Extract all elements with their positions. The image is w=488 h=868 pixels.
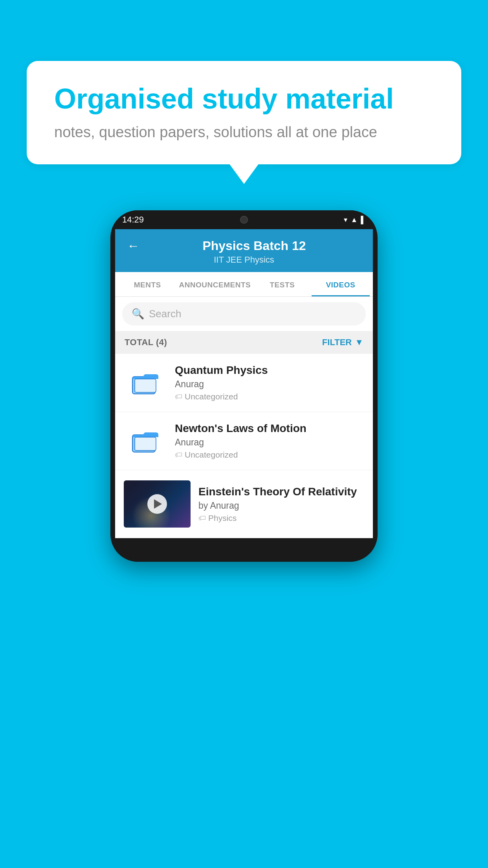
search-bar-container: 🔍 Search: [115, 297, 373, 331]
phone-bottom-bar: [115, 538, 373, 562]
page-subtitle: IIT JEE Physics: [127, 255, 361, 265]
video-thumbnail: [124, 480, 191, 528]
video-author: Anurag: [175, 437, 364, 448]
video-author: Anurag: [175, 379, 364, 390]
wifi-icon: ▾: [344, 215, 347, 224]
phone-wrapper: 14:29 ▾ ▲ ▌ ← Physics Batch 12 IIT JEE P…: [27, 210, 461, 562]
tag-icon: 🏷: [198, 514, 206, 522]
tab-tests[interactable]: TESTS: [253, 272, 311, 296]
speech-bubble-arrow: [229, 164, 259, 184]
filter-bar: TOTAL (4) FILTER ▼: [115, 331, 373, 354]
signal-icon: ▲: [350, 216, 358, 224]
folder-icon: [132, 427, 159, 455]
tag-icon: 🏷: [175, 451, 182, 459]
search-icon: 🔍: [132, 308, 144, 320]
video-tag: 🏷 Physics: [198, 513, 364, 523]
phone-camera: [240, 216, 248, 224]
phone-mockup: 14:29 ▾ ▲ ▌ ← Physics Batch 12 IIT JEE P…: [110, 210, 378, 562]
back-button[interactable]: ←: [127, 239, 139, 253]
tag-icon: 🏷: [175, 392, 182, 401]
app-header: ← Physics Batch 12 IIT JEE Physics: [115, 229, 373, 272]
tabs-bar: MENTS ANNOUNCEMENTS TESTS VIDEOS: [115, 272, 373, 297]
status-icons: ▾ ▲ ▌: [344, 215, 366, 224]
tag-label: Uncategorized: [185, 450, 238, 460]
filter-button[interactable]: FILTER ▼: [322, 337, 363, 348]
tag-label: Physics: [208, 513, 237, 523]
filter-icon: ▼: [355, 337, 363, 348]
status-time: 14:29: [122, 215, 144, 225]
folder-icon-container: [124, 367, 167, 399]
speech-bubble-section: Organised study material notes, question…: [27, 61, 461, 184]
total-count: TOTAL (4): [125, 337, 167, 348]
video-title: Newton's Laws of Motion: [175, 422, 364, 435]
video-title: Quantum Physics: [175, 364, 364, 377]
speech-bubble-title: Organised study material: [54, 83, 434, 115]
speech-bubble-card: Organised study material notes, question…: [27, 61, 461, 164]
search-bar[interactable]: 🔍 Search: [122, 302, 366, 326]
speech-bubble-subtitle: notes, question papers, solutions all at…: [54, 124, 434, 141]
search-input[interactable]: Search: [149, 308, 181, 320]
tag-label: Uncategorized: [185, 392, 238, 401]
list-item[interactable]: Newton's Laws of Motion Anurag 🏷 Uncateg…: [115, 412, 373, 470]
play-button[interactable]: [147, 494, 167, 514]
video-tag: 🏷 Uncategorized: [175, 450, 364, 460]
tab-announcements[interactable]: ANNOUNCEMENTS: [176, 272, 253, 296]
video-info: Einstein's Theory Of Relativity by Anura…: [198, 485, 364, 523]
video-list: Quantum Physics Anurag 🏷 Uncategorized: [115, 354, 373, 538]
tab-ments[interactable]: MENTS: [118, 272, 176, 296]
tab-videos[interactable]: VIDEOS: [312, 272, 370, 296]
video-author: by Anurag: [198, 500, 364, 511]
phone-notch: [220, 210, 268, 229]
phone-screen: ← Physics Batch 12 IIT JEE Physics MENTS…: [115, 229, 373, 538]
list-item[interactable]: Quantum Physics Anurag 🏷 Uncategorized: [115, 354, 373, 412]
svg-rect-3: [135, 437, 156, 451]
folder-icon: [132, 369, 159, 397]
play-icon: [154, 499, 162, 509]
video-title: Einstein's Theory Of Relativity: [198, 485, 364, 498]
folder-icon-container: [124, 425, 167, 457]
video-tag: 🏷 Uncategorized: [175, 392, 364, 401]
filter-label: FILTER: [322, 337, 352, 348]
video-info: Newton's Laws of Motion Anurag 🏷 Uncateg…: [175, 422, 364, 460]
page-title: Physics Batch 12: [147, 239, 361, 253]
list-item[interactable]: Einstein's Theory Of Relativity by Anura…: [115, 470, 373, 538]
battery-icon: ▌: [361, 216, 366, 224]
status-bar: 14:29 ▾ ▲ ▌: [110, 210, 378, 229]
svg-rect-1: [135, 379, 156, 392]
video-info: Quantum Physics Anurag 🏷 Uncategorized: [175, 364, 364, 401]
